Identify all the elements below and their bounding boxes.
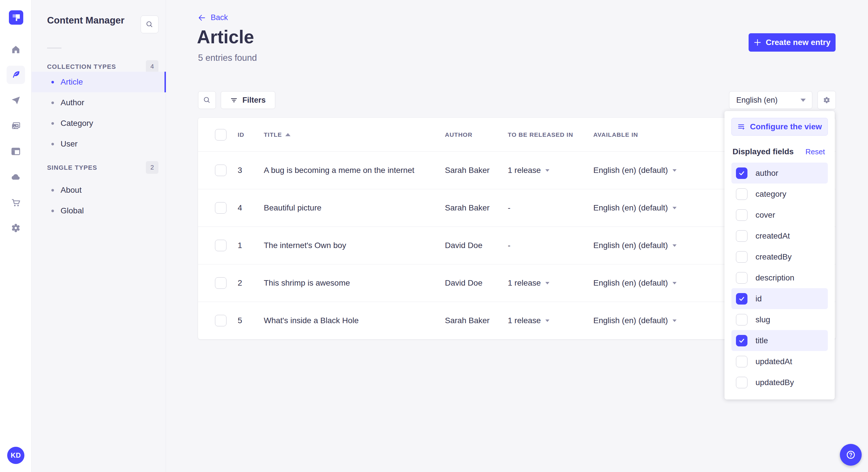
field-toggle-createdBy[interactable]: createdBy [732, 246, 828, 267]
cell-id: 5 [238, 316, 264, 325]
cell-releases[interactable]: 1 release [508, 278, 593, 288]
column-header-title[interactable]: TITLE [264, 131, 445, 138]
field-toggle-slug[interactable]: slug [732, 309, 828, 330]
chevron-down-icon [673, 207, 677, 209]
strapi-logo[interactable] [9, 10, 23, 25]
sidebar-item-author[interactable]: Author [32, 92, 166, 113]
field-toggle-title[interactable]: title [732, 330, 828, 351]
search-icon [203, 96, 211, 104]
field-toggle-createdAt[interactable]: createdAt [732, 225, 828, 246]
row-checkbox[interactable] [215, 315, 226, 326]
sort-asc-icon [285, 133, 290, 136]
checkbox[interactable] [736, 293, 747, 305]
chevron-down-icon [673, 282, 677, 284]
field-toggle-description[interactable]: description [732, 267, 828, 288]
checkbox[interactable] [736, 314, 747, 326]
select-all-checkbox[interactable] [215, 129, 226, 140]
checkbox[interactable] [736, 335, 747, 346]
cell-author: David Doe [445, 241, 508, 250]
locale-select[interactable]: English (en) [729, 91, 812, 109]
releases-icon[interactable] [7, 91, 25, 109]
checkbox[interactable] [736, 356, 747, 367]
plus-icon [754, 39, 761, 46]
cell-id: 4 [238, 203, 264, 212]
checkbox[interactable] [736, 189, 747, 200]
field-toggle-cover[interactable]: cover [732, 204, 828, 225]
bullet-icon [51, 102, 54, 104]
divider [47, 47, 61, 48]
row-checkbox[interactable] [215, 240, 226, 251]
cell-releases[interactable]: - [508, 203, 593, 212]
sidebar-title: Content Manager [47, 15, 125, 26]
field-toggle-updatedBy[interactable]: updatedBy [732, 372, 828, 393]
cell-releases[interactable]: 1 release [508, 166, 593, 175]
content-manager-sidebar: Content Manager COLLECTION TYPES 4 Artic… [32, 0, 166, 472]
help-button[interactable] [840, 444, 862, 466]
cell-id: 3 [238, 166, 264, 175]
settings-icon[interactable] [7, 219, 25, 237]
cell-releases[interactable]: - [508, 241, 593, 250]
row-checkbox[interactable] [215, 202, 226, 214]
configure-list-icon [737, 123, 745, 131]
checkbox[interactable] [736, 272, 747, 283]
entries-count: 5 entries found [198, 53, 257, 63]
column-header-to-be-released-in[interactable]: TO BE RELEASED IN [508, 131, 593, 138]
checkbox[interactable] [736, 251, 747, 263]
sidebar-item-about[interactable]: About [32, 180, 166, 200]
chevron-down-icon [546, 319, 549, 322]
content-manager-icon[interactable] [7, 66, 25, 84]
view-settings-button[interactable] [817, 91, 836, 109]
sidebar-search-button[interactable] [141, 15, 158, 33]
question-mark-icon [845, 449, 856, 460]
filters-button[interactable]: Filters [221, 91, 275, 109]
bullet-icon [51, 210, 54, 212]
user-avatar[interactable]: KD [7, 447, 24, 464]
cell-releases[interactable]: 1 release [508, 316, 593, 325]
reset-fields-button[interactable]: Reset [805, 147, 825, 156]
checkbox[interactable] [736, 209, 747, 221]
cell-author: David Doe [445, 278, 508, 288]
column-header-id[interactable]: ID [238, 131, 264, 138]
displayed-fields-list: author category cover createdAt createdB… [732, 163, 828, 393]
chevron-down-icon [546, 169, 549, 172]
section-label: SINGLE TYPES [47, 164, 97, 171]
create-new-entry-button[interactable]: Create new entry [749, 33, 836, 52]
sidebar-item-article[interactable]: Article [32, 72, 166, 92]
single-types-count-badge: 2 [146, 161, 158, 174]
field-toggle-author[interactable]: author [732, 163, 828, 183]
search-button[interactable] [198, 91, 216, 109]
checkbox[interactable] [736, 230, 747, 242]
cell-author: Sarah Baker [445, 203, 508, 212]
chevron-down-icon [673, 244, 677, 247]
checkbox[interactable] [736, 377, 747, 388]
cell-title: This shrimp is awesome [264, 278, 445, 288]
cloud-icon[interactable] [7, 168, 25, 186]
sidebar-item-category[interactable]: Category [32, 113, 166, 134]
displayed-fields-title: Displayed fields [733, 147, 794, 156]
content-type-builder-icon[interactable] [7, 142, 25, 161]
sidebar-item-user[interactable]: User [32, 134, 166, 154]
cell-title: The internet's Own boy [264, 241, 445, 250]
marketplace-icon[interactable] [7, 193, 25, 212]
row-checkbox[interactable] [215, 277, 226, 289]
media-library-icon[interactable] [7, 117, 25, 135]
cell-author: Sarah Baker [445, 316, 508, 325]
configure-the-view-button[interactable]: Configure the view [732, 118, 828, 136]
cell-id: 2 [238, 278, 264, 288]
back-link[interactable]: Back [198, 13, 228, 22]
cell-title: Beautiful picture [264, 203, 445, 212]
field-toggle-category[interactable]: category [732, 183, 828, 204]
column-header-author[interactable]: AUTHOR [445, 131, 508, 138]
filter-icon [230, 96, 238, 104]
sidebar-item-global[interactable]: Global [32, 200, 166, 221]
chevron-down-icon [673, 169, 677, 172]
field-toggle-id[interactable]: id [732, 288, 828, 309]
view-settings-popover: Configure the view Displayed fields Rese… [724, 111, 835, 400]
checkbox[interactable] [736, 167, 747, 179]
row-checkbox[interactable] [215, 165, 226, 176]
chevron-down-icon [673, 319, 677, 322]
cell-title: What's inside a Black Hole [264, 316, 445, 325]
home-icon[interactable] [7, 40, 25, 59]
field-toggle-updatedAt[interactable]: updatedAt [732, 351, 828, 372]
bullet-icon [51, 122, 54, 125]
